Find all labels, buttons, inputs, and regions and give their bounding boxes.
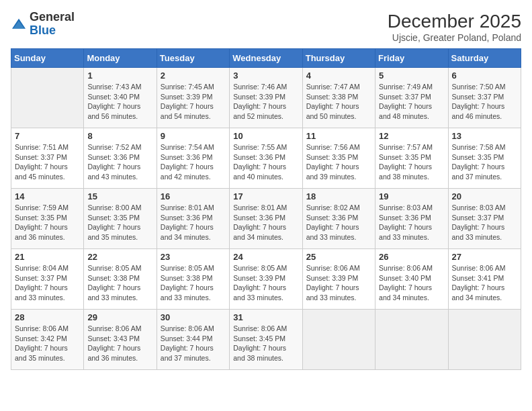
table-row: 14 Sunrise: 7:59 AMSunset: 3:35 PMDaylig…	[11, 189, 84, 249]
day-info: Sunrise: 8:06 AMSunset: 3:41 PMDaylight:…	[452, 263, 517, 303]
day-number: 16	[161, 191, 226, 201]
table-row: 26 Sunrise: 8:06 AMSunset: 3:40 PMDaylig…	[375, 249, 448, 310]
table-row: 11 Sunrise: 7:56 AMSunset: 3:35 PMDaylig…	[302, 128, 375, 189]
day-number: 29	[87, 312, 152, 322]
table-row: 24 Sunrise: 8:05 AMSunset: 3:39 PMDaylig…	[230, 249, 302, 310]
table-row: 22 Sunrise: 8:05 AMSunset: 3:38 PMDaylig…	[84, 249, 157, 310]
day-number: 10	[233, 131, 298, 141]
day-number: 22	[87, 252, 152, 262]
day-info: Sunrise: 8:01 AMSunset: 3:36 PMDaylight:…	[161, 203, 226, 242]
table-row: 27 Sunrise: 8:06 AMSunset: 3:41 PMDaylig…	[448, 249, 521, 310]
day-number: 19	[379, 191, 444, 201]
day-number: 9	[161, 131, 226, 141]
calendar-week-row: 14 Sunrise: 7:59 AMSunset: 3:35 PMDaylig…	[11, 189, 521, 249]
day-info: Sunrise: 7:54 AMSunset: 3:36 PMDaylight:…	[161, 142, 226, 182]
day-number: 3	[233, 71, 298, 81]
table-row: 7 Sunrise: 7:51 AMSunset: 3:37 PMDayligh…	[11, 128, 84, 189]
table-row: 21 Sunrise: 8:04 AMSunset: 3:37 PMDaylig…	[11, 249, 84, 310]
day-number: 20	[452, 191, 517, 201]
day-info: Sunrise: 8:05 AMSunset: 3:38 PMDaylight:…	[161, 263, 226, 303]
table-row: 8 Sunrise: 7:52 AMSunset: 3:36 PMDayligh…	[84, 128, 157, 189]
day-number: 12	[379, 131, 444, 141]
logo-general-text: General	[30, 10, 75, 24]
logo-icon	[11, 17, 27, 31]
table-row: 16 Sunrise: 8:01 AMSunset: 3:36 PMDaylig…	[157, 189, 229, 249]
day-number: 15	[87, 191, 152, 201]
day-number: 1	[87, 71, 152, 81]
day-info: Sunrise: 7:55 AMSunset: 3:36 PMDaylight:…	[233, 142, 298, 182]
day-number: 14	[15, 191, 80, 201]
day-info: Sunrise: 8:06 AMSunset: 3:43 PMDaylight:…	[87, 324, 152, 363]
day-info: Sunrise: 7:57 AMSunset: 3:35 PMDaylight:…	[379, 142, 444, 182]
header-tuesday: Tuesday	[157, 49, 229, 68]
day-info: Sunrise: 7:51 AMSunset: 3:37 PMDaylight:…	[15, 142, 80, 182]
day-number: 30	[161, 312, 226, 322]
day-info: Sunrise: 7:58 AMSunset: 3:35 PMDaylight:…	[452, 142, 517, 182]
day-info: Sunrise: 8:06 AMSunset: 3:39 PMDaylight:…	[306, 263, 371, 303]
day-number: 28	[15, 312, 80, 322]
day-info: Sunrise: 8:06 AMSunset: 3:40 PMDaylight:…	[379, 263, 444, 303]
calendar-week-row: 28 Sunrise: 8:06 AMSunset: 3:42 PMDaylig…	[11, 310, 521, 370]
day-number: 27	[452, 252, 517, 262]
day-info: Sunrise: 7:46 AMSunset: 3:39 PMDaylight:…	[233, 82, 298, 122]
month-title: December 2025	[388, 11, 521, 32]
day-info: Sunrise: 8:05 AMSunset: 3:39 PMDaylight:…	[233, 263, 298, 303]
logo: General Blue	[11, 11, 75, 38]
table-row: 31 Sunrise: 8:06 AMSunset: 3:45 PMDaylig…	[230, 310, 302, 370]
day-info: Sunrise: 8:06 AMSunset: 3:44 PMDaylight:…	[161, 324, 226, 363]
day-number: 7	[15, 131, 80, 141]
weekday-header-row: Sunday Monday Tuesday Wednesday Thursday…	[11, 49, 521, 68]
day-info: Sunrise: 7:52 AMSunset: 3:36 PMDaylight:…	[87, 142, 152, 182]
day-info: Sunrise: 8:06 AMSunset: 3:45 PMDaylight:…	[233, 324, 298, 363]
day-number: 21	[15, 252, 80, 262]
day-info: Sunrise: 8:02 AMSunset: 3:36 PMDaylight:…	[306, 203, 371, 242]
day-info: Sunrise: 7:50 AMSunset: 3:37 PMDaylight:…	[452, 82, 517, 122]
header-sunday: Sunday	[11, 49, 84, 68]
day-number: 11	[306, 131, 371, 141]
header-monday: Monday	[84, 49, 157, 68]
location-text: Ujscie, Greater Poland, Poland	[388, 32, 521, 43]
title-block: December 2025 Ujscie, Greater Poland, Po…	[388, 11, 521, 43]
table-row: 3 Sunrise: 7:46 AMSunset: 3:39 PMDayligh…	[230, 68, 302, 128]
day-info: Sunrise: 7:43 AMSunset: 3:40 PMDaylight:…	[87, 82, 152, 122]
table-row: 9 Sunrise: 7:54 AMSunset: 3:36 PMDayligh…	[157, 128, 229, 189]
day-number: 31	[233, 312, 298, 322]
day-info: Sunrise: 8:03 AMSunset: 3:36 PMDaylight:…	[379, 203, 444, 242]
day-info: Sunrise: 8:03 AMSunset: 3:37 PMDaylight:…	[452, 203, 517, 242]
day-number: 8	[87, 131, 152, 141]
table-row: 4 Sunrise: 7:47 AMSunset: 3:38 PMDayligh…	[302, 68, 375, 128]
table-row	[11, 68, 84, 128]
table-row: 28 Sunrise: 8:06 AMSunset: 3:42 PMDaylig…	[11, 310, 84, 370]
day-number: 17	[233, 191, 298, 201]
calendar-table: Sunday Monday Tuesday Wednesday Thursday…	[11, 48, 521, 370]
table-row: 2 Sunrise: 7:45 AMSunset: 3:39 PMDayligh…	[157, 68, 229, 128]
day-info: Sunrise: 7:47 AMSunset: 3:38 PMDaylight:…	[306, 82, 371, 122]
table-row: 29 Sunrise: 8:06 AMSunset: 3:43 PMDaylig…	[84, 310, 157, 370]
day-number: 23	[161, 252, 226, 262]
table-row: 30 Sunrise: 8:06 AMSunset: 3:44 PMDaylig…	[157, 310, 229, 370]
table-row	[375, 310, 448, 370]
header-thursday: Thursday	[302, 49, 375, 68]
day-number: 25	[306, 252, 371, 262]
table-row: 23 Sunrise: 8:05 AMSunset: 3:38 PMDaylig…	[157, 249, 229, 310]
table-row: 18 Sunrise: 8:02 AMSunset: 3:36 PMDaylig…	[302, 189, 375, 249]
table-row: 15 Sunrise: 8:00 AMSunset: 3:35 PMDaylig…	[84, 189, 157, 249]
table-row: 25 Sunrise: 8:06 AMSunset: 3:39 PMDaylig…	[302, 249, 375, 310]
header-friday: Friday	[375, 49, 448, 68]
day-number: 24	[233, 252, 298, 262]
day-info: Sunrise: 8:06 AMSunset: 3:42 PMDaylight:…	[15, 324, 80, 363]
header-saturday: Saturday	[448, 49, 521, 68]
day-info: Sunrise: 7:45 AMSunset: 3:39 PMDaylight:…	[161, 82, 226, 122]
table-row	[448, 310, 521, 370]
day-info: Sunrise: 8:04 AMSunset: 3:37 PMDaylight:…	[15, 263, 80, 303]
header-wednesday: Wednesday	[230, 49, 302, 68]
day-number: 26	[379, 252, 444, 262]
day-number: 6	[452, 71, 517, 81]
day-number: 4	[306, 71, 371, 81]
day-info: Sunrise: 7:49 AMSunset: 3:37 PMDaylight:…	[379, 82, 444, 122]
table-row: 19 Sunrise: 8:03 AMSunset: 3:36 PMDaylig…	[375, 189, 448, 249]
day-number: 18	[306, 191, 371, 201]
calendar-week-row: 21 Sunrise: 8:04 AMSunset: 3:37 PMDaylig…	[11, 249, 521, 310]
table-row	[302, 310, 375, 370]
day-number: 5	[379, 71, 444, 81]
